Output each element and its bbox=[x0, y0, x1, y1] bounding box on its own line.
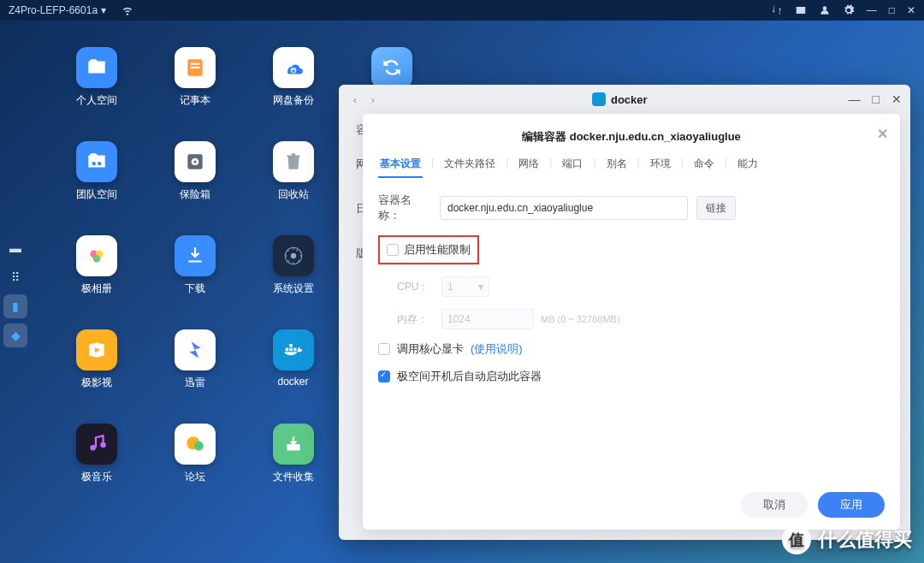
cpu-label: CPU： bbox=[397, 280, 435, 294]
app-music[interactable]: 极音乐 bbox=[47, 424, 145, 507]
dock-apps-icon[interactable]: ⠿ bbox=[3, 265, 27, 289]
panel-title: 编辑容器 docker.nju.edu.cn_xiaoyaliuglue bbox=[522, 130, 741, 143]
perf-limit-label: 启用性能限制 bbox=[404, 242, 471, 258]
svg-rect-15 bbox=[289, 348, 293, 352]
tab-env[interactable]: 环境 bbox=[649, 157, 672, 178]
app-cloud-backup[interactable]: 网盘备份 bbox=[244, 47, 342, 131]
link-button[interactable]: 链接 bbox=[696, 196, 736, 220]
app-system-settings[interactable]: 系统设置 bbox=[244, 235, 342, 319]
settings-icon[interactable] bbox=[843, 4, 855, 16]
watermark-icon: 值 bbox=[782, 525, 811, 554]
app-safe[interactable]: 保险箱 bbox=[145, 141, 244, 225]
app-download[interactable]: 下载 bbox=[145, 235, 244, 319]
autostart-checkbox[interactable] bbox=[378, 370, 390, 382]
dock-docker-icon[interactable]: ◆ bbox=[3, 323, 27, 347]
apply-button[interactable]: 应用 bbox=[818, 492, 885, 518]
dock-desktop-icon[interactable]: ▬ bbox=[3, 236, 27, 260]
tab-alias[interactable]: 别名 bbox=[605, 157, 629, 178]
dock-files-icon[interactable]: ▮ bbox=[3, 294, 27, 318]
autostart-label: 极空间开机后自动启动此容器 bbox=[397, 369, 542, 384]
app-file-collect[interactable]: 文件收集 bbox=[244, 424, 342, 507]
mem-input[interactable] bbox=[441, 309, 534, 329]
tab-cmd[interactable]: 命令 bbox=[692, 157, 716, 178]
svg-rect-16 bbox=[293, 348, 297, 352]
window-titlebar: ‹ › docker — □ ✕ bbox=[339, 85, 910, 114]
gpu-label: 调用核心显卡 bbox=[397, 341, 464, 357]
cancel-button[interactable]: 取消 bbox=[741, 492, 808, 518]
nav-back-button[interactable]: ‹ bbox=[347, 92, 363, 107]
mem-hint: MB (0 ~ 32768MB) bbox=[541, 314, 620, 324]
svg-rect-1 bbox=[190, 63, 199, 65]
window-close-button[interactable]: ✕ bbox=[891, 92, 902, 106]
nav-forward-button[interactable]: › bbox=[365, 92, 381, 107]
tab-network[interactable]: 网络 bbox=[517, 157, 541, 178]
close-button[interactable]: ✕ bbox=[907, 4, 915, 16]
panel-tabs: 基本设置| 文件夹路径| 网络| 端口| 别名| 环境| 命令| 能力 bbox=[378, 157, 885, 179]
edit-container-panel: 编辑容器 docker.nju.edu.cn_xiaoyaliuglue ✕ 基… bbox=[363, 114, 900, 530]
docker-icon bbox=[592, 92, 606, 106]
svg-point-19 bbox=[100, 442, 106, 448]
app-personal-space[interactable]: 个人空间 bbox=[47, 47, 145, 131]
minimize-button[interactable]: — bbox=[867, 4, 877, 16]
maximize-button[interactable]: □ bbox=[889, 4, 895, 16]
app-notes[interactable]: 记事本 bbox=[145, 47, 244, 131]
app-video[interactable]: 极影视 bbox=[47, 329, 145, 413]
svg-point-5 bbox=[98, 162, 101, 165]
mail-icon[interactable] bbox=[795, 4, 807, 16]
app-trash[interactable]: 回收站 bbox=[244, 141, 342, 225]
tab-caps[interactable]: 能力 bbox=[736, 157, 760, 178]
tab-basic[interactable]: 基本设置 bbox=[378, 157, 423, 178]
app-forum[interactable]: 论坛 bbox=[145, 424, 244, 507]
svg-rect-17 bbox=[289, 344, 293, 347]
app-photos[interactable]: 极相册 bbox=[47, 235, 145, 319]
docker-window: ‹ › docker — □ ✕ 容器 网日版本 3 小时 多 atest 小时… bbox=[339, 85, 910, 540]
side-dock: ▬ ⠿ ▮ ◆ bbox=[0, 231, 31, 353]
transfer-icon[interactable] bbox=[771, 4, 783, 16]
window-title: docker bbox=[611, 93, 648, 106]
watermark: 值 什么值得买 bbox=[782, 525, 912, 554]
user-icon[interactable] bbox=[819, 4, 831, 16]
perf-limit-checkbox[interactable] bbox=[387, 244, 399, 256]
svg-point-8 bbox=[193, 160, 196, 163]
svg-rect-2 bbox=[190, 67, 199, 68]
container-name-input[interactable] bbox=[440, 196, 688, 220]
container-name-label: 容器名称： bbox=[378, 193, 431, 223]
cpu-select[interactable]: 1▾ bbox=[441, 276, 489, 297]
svg-point-11 bbox=[92, 255, 100, 263]
host-label[interactable]: Z4Pro-LEFP-6601a▾ bbox=[9, 4, 106, 16]
app-xunlei[interactable]: 迅雷 bbox=[145, 329, 244, 413]
app-docker[interactable]: docker bbox=[244, 329, 342, 413]
tab-folders[interactable]: 文件夹路径 bbox=[442, 157, 497, 178]
mem-label: 内存： bbox=[397, 312, 435, 327]
window-maximize-button[interactable]: □ bbox=[873, 92, 880, 106]
svg-point-13 bbox=[290, 253, 296, 259]
panel-close-button[interactable]: ✕ bbox=[877, 126, 888, 142]
tab-ports[interactable]: 端口 bbox=[560, 157, 584, 178]
perf-limit-highlight: 启用性能限制 bbox=[378, 235, 479, 264]
wifi-icon bbox=[121, 4, 133, 16]
gpu-help-link[interactable]: (使用说明) bbox=[471, 341, 523, 357]
app-team-space[interactable]: 团队空间 bbox=[47, 141, 145, 225]
gpu-checkbox[interactable] bbox=[378, 343, 390, 355]
svg-rect-14 bbox=[285, 348, 288, 352]
svg-point-4 bbox=[92, 162, 95, 165]
svg-point-21 bbox=[193, 442, 203, 451]
system-topbar: Z4Pro-LEFP-6601a▾ — □ ✕ bbox=[0, 0, 924, 21]
window-minimize-button[interactable]: — bbox=[849, 92, 861, 106]
